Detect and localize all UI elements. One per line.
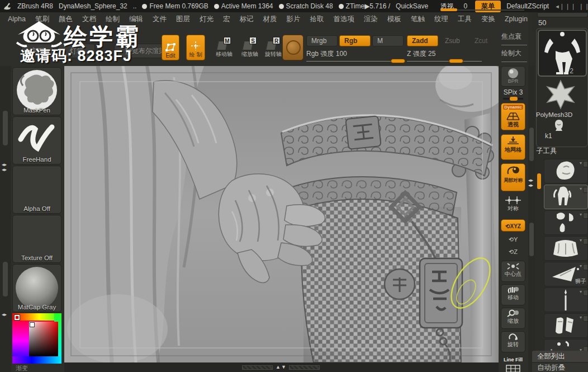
tray-scroll-handle[interactable] bbox=[3, 111, 8, 145]
menu-draw[interactable]: 绘制 bbox=[106, 15, 120, 24]
visibility-eye-icon-partial[interactable] bbox=[583, 264, 588, 270]
rgb-toggle[interactable]: Rgb bbox=[339, 35, 371, 46]
hscroll-handle-right[interactable] bbox=[289, 365, 320, 370]
edit-button[interactable]: Edit bbox=[162, 35, 179, 60]
polyframe-button[interactable]: Line Fill PolyF bbox=[501, 354, 525, 372]
polymesh3d-star-icon[interactable] bbox=[545, 79, 576, 110]
subtool-row-torso[interactable]: ▾ bbox=[544, 159, 588, 183]
material-button[interactable] bbox=[282, 35, 304, 60]
scroll-left-icon[interactable]: ◂❘❘❘ bbox=[556, 3, 576, 10]
subtool-header[interactable]: 子工具 bbox=[536, 147, 588, 156]
menu-render[interactable]: 渲染 bbox=[364, 15, 378, 24]
visibility-eye-icon-partial[interactable] bbox=[583, 161, 588, 167]
subtool-row-boots[interactable]: ▾ bbox=[544, 313, 588, 338]
current-material-button[interactable]: MatCap Gray bbox=[12, 264, 61, 312]
rgb-intensity-knob[interactable] bbox=[391, 59, 405, 63]
menu-transform[interactable]: 变换 bbox=[481, 15, 495, 24]
subtool-row-spear[interactable]: ▾ bbox=[544, 288, 588, 312]
visibility-eye-icon-partial[interactable] bbox=[583, 316, 588, 322]
tray-scroll-handle[interactable] bbox=[529, 128, 534, 161]
hscroll-arrows-icon[interactable]: ▲▼ bbox=[276, 364, 287, 370]
spix-slider[interactable]: SPix 3 bbox=[500, 88, 527, 100]
subtool-row-arms[interactable]: ▾ bbox=[544, 210, 588, 235]
current-alpha-button[interactable]: Alpha Off bbox=[12, 166, 61, 214]
current-tool-thumbnail[interactable] bbox=[538, 30, 587, 77]
canvas-zoom-button[interactable]: 缩放 bbox=[501, 308, 525, 329]
menu-texture[interactable]: 纹理 bbox=[434, 15, 448, 24]
tray-divider-arrows-icon[interactable]: ◂▸◂▸ bbox=[528, 178, 533, 188]
rot-y-button[interactable]: ⟲Y bbox=[501, 234, 525, 245]
canvas-move-button[interactable]: 移动 bbox=[501, 284, 525, 305]
menu-color[interactable]: 颜色 bbox=[59, 15, 73, 24]
menu-light[interactable]: 灯光 bbox=[200, 15, 214, 24]
hue-selector[interactable] bbox=[15, 315, 20, 320]
menu-brush[interactable]: 笔刷 bbox=[35, 15, 49, 24]
rot-z-button[interactable]: ⟲Z bbox=[501, 246, 525, 257]
quicksave-button[interactable]: QuickSave bbox=[396, 2, 428, 10]
home-button[interactable]: 主页 bbox=[21, 44, 54, 58]
zadd-toggle[interactable]: Zadd bbox=[407, 35, 438, 46]
canvas-rotate-button[interactable]: 旋转 bbox=[501, 331, 525, 352]
current-brush-button[interactable]: MaskPen bbox=[12, 67, 61, 115]
bpr-button[interactable]: BPR bbox=[501, 66, 525, 87]
z-intensity-track[interactable] bbox=[407, 61, 482, 62]
menu-document[interactable]: 文档 bbox=[82, 15, 96, 24]
zsub-toggle[interactable]: Zsub bbox=[440, 35, 468, 46]
menu-material[interactable]: 材质 bbox=[263, 15, 277, 24]
menu-zplugin[interactable]: Zplugin bbox=[505, 15, 528, 23]
local-symmetry-button[interactable]: 局部对称 bbox=[501, 163, 525, 191]
hscroll-handle-left[interactable] bbox=[242, 365, 273, 370]
lightbox-button[interactable]: 灯箱 bbox=[58, 44, 95, 58]
menu-macro[interactable]: 宏 bbox=[223, 15, 230, 24]
menu-tool[interactable]: 工具 bbox=[458, 15, 472, 24]
draw-size-track-cut[interactable] bbox=[501, 62, 527, 62]
gradient-label-cut[interactable]: 渐变 bbox=[16, 364, 28, 372]
floor-button[interactable]: 地网格 bbox=[501, 134, 525, 160]
menu-preferences[interactable]: 首选项 bbox=[333, 15, 354, 24]
menu-edit[interactable]: 编辑 bbox=[129, 15, 143, 24]
tray-scroll-handle[interactable] bbox=[529, 223, 534, 256]
draw-button[interactable]: 绘 制 bbox=[186, 35, 205, 60]
mrgb-toggle[interactable]: Mrgb bbox=[306, 35, 338, 46]
focal-shift-track-cut[interactable] bbox=[501, 45, 527, 45]
menu-picker[interactable]: 拾取 bbox=[310, 15, 324, 24]
xyz-button[interactable]: ⟲XYZ bbox=[501, 219, 525, 232]
subtool-row-body-selected[interactable]: ▾ bbox=[544, 185, 588, 209]
quick-pick-head-icon[interactable] bbox=[552, 119, 566, 132]
subtool-row-cape[interactable]: ▾ 狮子 bbox=[544, 262, 588, 286]
visibility-eye-icon-partial[interactable] bbox=[583, 290, 588, 296]
menu-file[interactable]: 文件 bbox=[153, 15, 167, 24]
menu-stencil[interactable]: 模板 bbox=[387, 15, 401, 24]
spix-knob[interactable] bbox=[510, 97, 518, 101]
color-picker[interactable] bbox=[12, 313, 61, 364]
auto-collapse-button[interactable]: 自动折叠 bbox=[532, 363, 588, 372]
menu-marker[interactable]: 标记 bbox=[239, 15, 253, 24]
perspective-knob[interactable] bbox=[440, 8, 457, 11]
menu-layer[interactable]: 图层 bbox=[176, 15, 190, 24]
move-gyro-button[interactable]: M 移动轴 bbox=[211, 37, 237, 60]
scale-gyro-button[interactable]: S 缩放轴 bbox=[237, 37, 263, 60]
tray-divider-arrows-icon[interactable]: ◂▸ bbox=[2, 312, 7, 317]
current-texture-button[interactable]: Texture Off bbox=[12, 215, 61, 263]
menu-stroke[interactable]: 笔触 bbox=[411, 15, 425, 24]
perspective-button[interactable]: Dynamic 透视 bbox=[501, 103, 525, 130]
menu-alpha[interactable]: Alpha bbox=[8, 15, 26, 23]
scroll-right-icon[interactable]: ❘❘❘▸ bbox=[578, 3, 588, 10]
sculpt-canvas[interactable] bbox=[64, 66, 499, 362]
tray-divider-arrows-icon[interactable]: ◂▸◂▸ bbox=[2, 162, 7, 172]
zcut-toggle[interactable]: Zcut bbox=[470, 35, 494, 46]
visibility-eye-icon-partial[interactable] bbox=[583, 238, 588, 244]
m-toggle[interactable]: M bbox=[372, 35, 404, 46]
polymesh3d-label[interactable]: PolyMesh3D bbox=[536, 111, 588, 118]
saturation-square[interactable] bbox=[29, 322, 58, 356]
subtool-row-skirt[interactable]: ▾ bbox=[544, 236, 588, 261]
clipped-slider-top[interactable] bbox=[537, 12, 588, 17]
symmetry-button[interactable]: 对称 bbox=[501, 195, 525, 217]
sv-selector[interactable] bbox=[30, 323, 34, 327]
current-stroke-button[interactable]: FreeHand bbox=[12, 116, 61, 164]
visibility-eye-icon-partial[interactable] bbox=[583, 213, 588, 219]
perspective-slider[interactable]: 透视 0 bbox=[440, 2, 467, 11]
frame-button[interactable]: 中心点 bbox=[501, 261, 525, 282]
z-intensity-knob[interactable] bbox=[449, 59, 463, 63]
visibility-eye-icon-partial[interactable] bbox=[583, 187, 588, 193]
